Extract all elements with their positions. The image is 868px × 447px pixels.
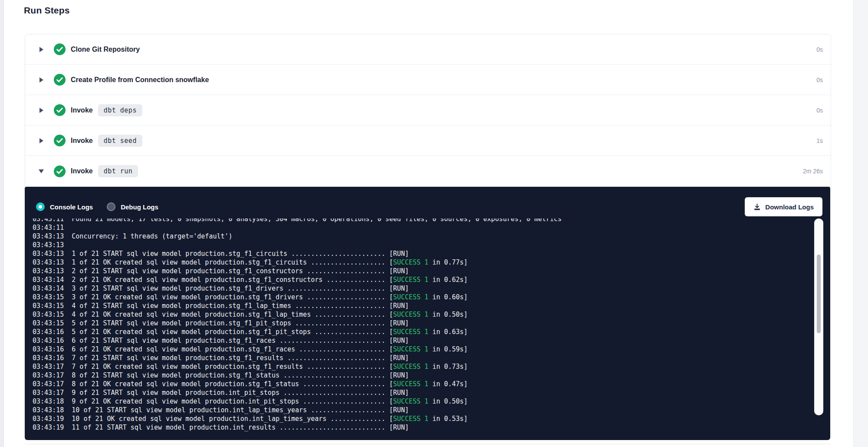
- log-line: 03:43:13: [33, 241, 810, 249]
- success-check-icon: [54, 135, 66, 146]
- log-line: 03:43:16 6 of 21 START sql view model pr…: [33, 336, 810, 345]
- radio-unselected-icon[interactable]: [107, 202, 115, 211]
- step-row-invoke-dbt-deps[interactable]: Invoke dbt deps 0s: [25, 95, 831, 126]
- console-panel: Console Logs Debug Logs Download Logs: [25, 187, 830, 440]
- log-scrollbar-thumb[interactable]: [817, 255, 821, 333]
- log-line: 03:43:19 11 of 21 START sql view model p…: [33, 423, 810, 432]
- step-duration: 0s: [816, 46, 823, 53]
- step-duration: 1s: [816, 137, 823, 144]
- command-badge: dbt deps: [98, 104, 142, 116]
- step-label: Invoke: [71, 106, 93, 114]
- log-line: 03:43:11 Found 21 models, 17 tests, 0 sn…: [33, 219, 810, 223]
- log-line: 03:43:13 1 of 21 START sql view model pr…: [33, 249, 810, 258]
- success-check-icon: [54, 166, 66, 177]
- console-log-output: 03:43:11 Found 21 models, 17 tests, 0 sn…: [33, 219, 810, 437]
- log-line: 03:43:15 4 of 21 START sql view model pr…: [33, 301, 810, 310]
- command-badge: dbt run: [98, 165, 138, 177]
- chevron-right-icon[interactable]: [38, 108, 44, 113]
- download-logs-button[interactable]: Download Logs: [745, 197, 822, 216]
- log-type-radio-group: Console Logs Debug Logs: [36, 202, 158, 211]
- step-label: Invoke: [71, 137, 93, 145]
- step-duration: 2m 26s: [803, 168, 823, 175]
- step-duration: 0s: [816, 107, 823, 114]
- log-line: 03:43:14 3 of 21 START sql view model pr…: [33, 284, 810, 293]
- console-logs-label: Console Logs: [50, 203, 93, 211]
- log-line: 03:43:16 6 of 21 OK created sql view mod…: [33, 345, 810, 354]
- chevron-right-icon[interactable]: [38, 47, 44, 52]
- log-line: 03:43:15 4 of 21 OK created sql view mod…: [33, 310, 810, 319]
- divider: [25, 444, 831, 444]
- log-line: 03:43:19 10 of 21 OK created sql view mo…: [33, 414, 810, 423]
- step-row-invoke-dbt-run[interactable]: Invoke dbt run 2m 26s: [25, 156, 831, 186]
- log-line: 03:43:17 8 of 21 OK created sql view mod…: [33, 380, 810, 388]
- step-row-create-profile[interactable]: Create Profile from Connection snowflake…: [25, 65, 831, 95]
- step-duration: 0s: [816, 76, 823, 83]
- download-logs-label: Download Logs: [765, 203, 814, 211]
- command-badge: dbt seed: [98, 135, 142, 147]
- console-log-lines: 03:43:11 Found 21 models, 17 tests, 0 sn…: [33, 219, 810, 432]
- step-label: Create Profile from Connection snowflake: [71, 76, 209, 84]
- log-line: 03:43:13 1 of 21 OK created sql view mod…: [33, 258, 810, 267]
- run-steps-card: Clone Git Repository 0s Create Profile f…: [25, 34, 831, 187]
- log-line: 03:43:16 5 of 21 OK created sql view mod…: [33, 328, 810, 336]
- log-line: 03:43:17 7 of 21 OK created sql view mod…: [33, 362, 810, 371]
- step-label: Invoke: [71, 167, 93, 175]
- console-header: Console Logs Debug Logs Download Logs: [36, 197, 822, 216]
- debug-logs-radio[interactable]: Debug Logs: [107, 202, 158, 211]
- page-right-gutter: [853, 0, 868, 447]
- success-check-icon: [54, 43, 66, 55]
- log-line: 03:43:17 8 of 21 START sql view model pr…: [33, 371, 810, 380]
- log-line: 03:43:17 9 of 21 START sql view model pr…: [33, 388, 810, 397]
- log-line: 03:43:13 Concurrency: 1 threads (target=…: [33, 232, 810, 241]
- debug-logs-label: Debug Logs: [121, 203, 158, 211]
- step-row-invoke-dbt-seed[interactable]: Invoke dbt seed 1s: [25, 126, 831, 156]
- page-left-gutter: [0, 0, 4, 447]
- radio-selected-icon[interactable]: [36, 202, 45, 211]
- console-logs-radio[interactable]: Console Logs: [36, 202, 93, 211]
- log-line: 03:43:11: [33, 223, 810, 232]
- log-line: 03:43:15 3 of 21 OK created sql view mod…: [33, 293, 810, 301]
- download-icon: [753, 203, 761, 211]
- step-label: Clone Git Repository: [71, 46, 140, 53]
- log-line: 03:43:15 5 of 21 START sql view model pr…: [33, 319, 810, 328]
- success-check-icon: [54, 104, 66, 116]
- chevron-down-icon[interactable]: [38, 169, 44, 173]
- log-line: 03:43:16 7 of 21 START sql view model pr…: [33, 354, 810, 362]
- log-line: 03:43:18 10 of 21 START sql view model p…: [33, 406, 810, 414]
- log-line: 03:43:13 2 of 21 START sql view model pr…: [33, 267, 810, 275]
- chevron-right-icon[interactable]: [38, 77, 44, 83]
- page: Run Steps Clone Git Repository 0s Create…: [0, 0, 868, 447]
- page-title: Run Steps: [24, 5, 70, 16]
- success-check-icon: [54, 74, 66, 86]
- log-line: 03:43:18 9 of 21 OK created sql view mod…: [33, 397, 810, 406]
- log-line: 03:43:14 2 of 21 OK created sql view mod…: [33, 275, 810, 284]
- log-scrollbar-track[interactable]: [814, 219, 823, 415]
- step-row-clone-git-repository[interactable]: Clone Git Repository 0s: [25, 34, 831, 65]
- chevron-right-icon[interactable]: [38, 138, 44, 143]
